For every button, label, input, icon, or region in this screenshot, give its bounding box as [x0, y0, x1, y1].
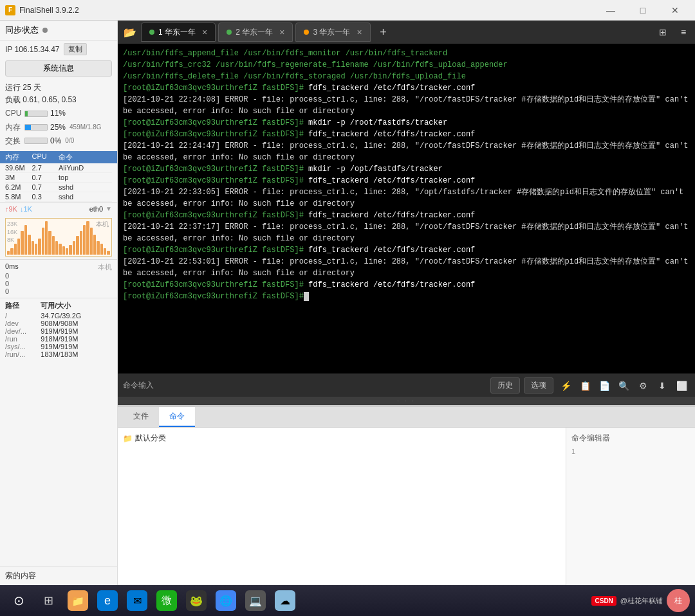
separator: · · · [118, 397, 695, 405]
sync-dot [42, 28, 48, 33]
edge-button[interactable]: e [94, 587, 121, 614]
disk-col-size: 可用/大小 [41, 301, 112, 311]
ping-value-3: 0 [5, 287, 112, 295]
folder-icon[interactable]: 📂 [120, 23, 140, 42]
wechat-button[interactable]: 微 [153, 587, 180, 614]
grid-view-btn[interactable]: ⊞ [654, 23, 672, 41]
net-bar [32, 241, 34, 255]
tab-2[interactable]: 2 华东一年 × [218, 23, 293, 42]
net-bar [38, 239, 41, 255]
net-bar [42, 228, 44, 255]
terminal-line: /usr/bin/fdfs_delete_file /usr/bin/fdfs_… [123, 71, 690, 82]
tab-1-close[interactable]: × [202, 27, 207, 37]
default-category-label: 默认分类 [135, 433, 166, 444]
copy-terminal-icon[interactable]: 📋 [577, 377, 593, 394]
settings-terminal-icon[interactable]: ⚙ [635, 377, 651, 394]
start-button[interactable]: ⊙ [5, 587, 32, 614]
search-terminal-icon[interactable]: 🔍 [615, 377, 632, 394]
close-button[interactable]: ✕ [660, 1, 690, 19]
history-button[interactable]: 历史 [490, 377, 520, 394]
terminal-line: [root@iZuf63cm3qvc93urthrefiZ fastDFS]# … [123, 279, 690, 291]
disk-row: /run918M/919M [5, 335, 112, 343]
download-icon[interactable]: ⬇ [654, 377, 671, 394]
sidebar: 同步状态 IP 106.15.34.47 复制 系统信息 运行 25 天 负载 … [0, 21, 118, 585]
terminal-line: [root@iZuf63cm3qvc93urthrefiZ fastDFS]# … [123, 210, 690, 221]
right-panel: 📂 1 华东一年 × 2 华东一年 × 3 华东一年 × + ⊞ ≡ [118, 21, 695, 585]
browser-button[interactable]: 🌐 [212, 587, 239, 614]
terminal-line: [root@iZuf63cm3qvc93urthrefiZ fastDFS]# … [123, 175, 690, 186]
net-bar [14, 244, 17, 255]
net-bar [80, 231, 82, 255]
cpu-stat-row: CPU 11% [5, 107, 112, 120]
net-bar [17, 239, 20, 255]
mem-bar [25, 125, 31, 130]
options-button[interactable]: 选项 [524, 377, 553, 394]
tab-commands[interactable]: 命令 [159, 407, 195, 427]
mem-pct: 25% [50, 122, 66, 134]
disk-col-path: 路径 [5, 301, 41, 311]
tab-files[interactable]: 文件 [123, 407, 159, 427]
tab-1[interactable]: 1 华东一年 × [141, 23, 216, 42]
add-tab-button[interactable]: + [375, 23, 393, 41]
mem-detail: 459M/1.8G [70, 122, 101, 132]
ip-row: IP 106.15.34.47 复制 [0, 41, 117, 58]
ping-value: 0ms [5, 262, 19, 272]
explorer-icon: 📁 [68, 590, 88, 611]
search-label: 索的内容 [5, 571, 36, 580]
mem-stat-row: 内存 25% 459M/1.8G [5, 122, 112, 134]
net-bar [83, 225, 86, 255]
avatar[interactable]: 桂 [667, 589, 690, 612]
disk-row: /dev908M/908M [5, 320, 112, 327]
cpu-bar [25, 111, 28, 116]
cloud-button[interactable]: ☁ [272, 587, 299, 614]
lightning-icon[interactable]: ⚡ [557, 377, 574, 394]
cmd-input-field[interactable] [158, 381, 486, 390]
net-bar [69, 245, 71, 255]
swap-label: 交换 [5, 135, 22, 147]
bottom-section: 文件 命令 📁 默认分类 命令编辑器 1 [118, 405, 695, 585]
minimize-button[interactable]: — [596, 1, 626, 19]
net-bar [55, 241, 58, 255]
copy-button[interactable]: 复制 [64, 43, 87, 55]
net-bar [7, 251, 10, 255]
net-bar [35, 244, 37, 255]
mail-button[interactable]: ✉ [124, 587, 151, 614]
tab-2-close[interactable]: × [279, 27, 284, 37]
maximize-button[interactable]: □ [628, 1, 658, 19]
qq-button[interactable]: 🐸 [183, 587, 210, 614]
tab-3[interactable]: 3 华东一年 × [295, 23, 370, 42]
sys-info-button[interactable]: 系统信息 [5, 60, 112, 77]
disk-row: /dev/...919M/919M [5, 327, 112, 335]
uptime-label: 运行 25 天 [5, 82, 112, 94]
net-bar [97, 241, 99, 255]
process-row: 6.2M0.7sshd [5, 183, 112, 192]
cpu-bar-container [24, 111, 48, 117]
disk-row: /34.7G/39.2G [5, 312, 112, 320]
terminal-line: [2021-10-21 22:24:47] ERROR - file: proc… [123, 140, 690, 163]
pc-button[interactable]: 💻 [242, 587, 269, 614]
load-label: 负载 0.61, 0.65, 0.53 [5, 94, 112, 106]
tab-2-dot [227, 30, 232, 35]
list-view-btn[interactable]: ≡ [674, 23, 692, 41]
terminal[interactable]: /usr/bin/fdfs_append_file /usr/bin/fdfs_… [118, 44, 695, 374]
disk-row: /sys/...919M/919M [5, 343, 112, 350]
tab-bar: 📂 1 华东一年 × 2 华东一年 × 3 华东一年 × + ⊞ ≡ [118, 21, 695, 44]
tab-3-label: 3 华东一年 [313, 27, 350, 38]
fullscreen-icon[interactable]: ⬜ [673, 377, 690, 394]
net-bar [66, 248, 68, 255]
title-bar: F FinalShell 3.9.2.2 — □ ✕ [0, 0, 695, 21]
swap-stat-row: 交换 0% 0/0 [5, 135, 112, 147]
tab-2-label: 2 华东一年 [236, 27, 273, 38]
terminal-line: [2021-10-21 22:24:08] ERROR - file: proc… [123, 94, 690, 117]
taskbar-right: CSDN @桂花年糕铺 桂 [591, 589, 690, 612]
csdn-icon: CSDN [591, 596, 616, 606]
cpu-pct: 11% [50, 107, 66, 120]
terminal-line: [root@iZuf63cm3qvc93urthrefiZ fastDFS]# … [123, 129, 690, 140]
net-dropdown-icon[interactable]: ▼ [106, 205, 112, 212]
explorer-button[interactable]: 📁 [64, 587, 91, 614]
tab-3-close[interactable]: × [357, 27, 362, 37]
net-chart: 23K16K8K 本机 [5, 218, 112, 257]
paste-icon[interactable]: 📄 [596, 377, 613, 394]
taskview-button[interactable]: ⊞ [35, 587, 62, 614]
browser-icon: 🌐 [216, 590, 236, 611]
